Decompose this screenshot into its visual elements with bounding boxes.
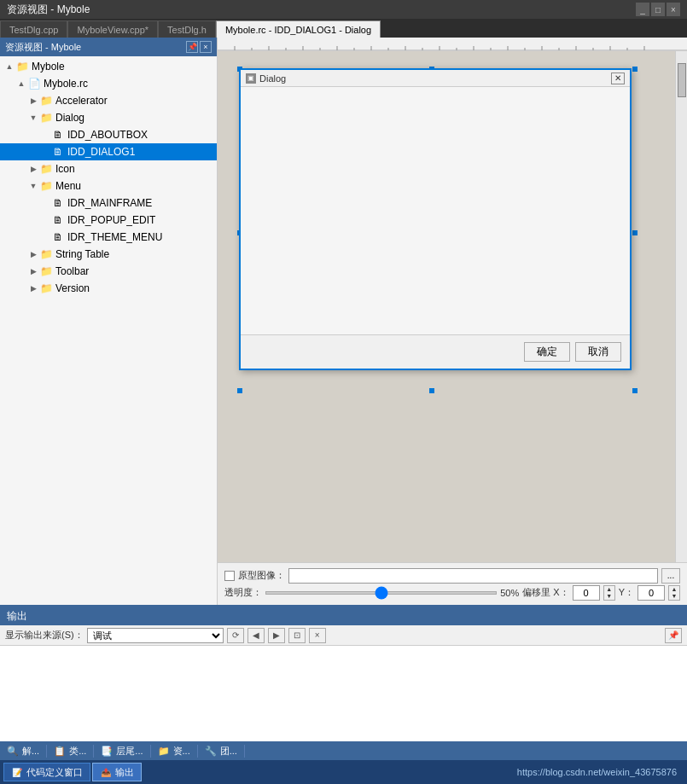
main-area: 资源视图 - Mybole 📌 × ▲ 📁 Mybole ▲ 📄 Mybol [0,38,687,784]
svg-rect-0 [218,38,687,50]
status-label-1: 解... [22,745,39,758]
tree-item-idd-dialog1[interactable]: 🗎 IDD_DIALOG1 [0,143,217,160]
proto-offsety-label: Y： [619,586,634,599]
tree-item-menu[interactable]: ▼ 📁 Menu [0,177,217,195]
panel-header: 资源视图 - Mybole 📌 × [0,38,217,56]
tree-item-mybole[interactable]: ▲ 📁 Mybole [0,58,217,75]
proto-opacity-slider[interactable] [265,591,497,595]
tree-item-toolbar[interactable]: ▶ 📁 Toolbar [0,263,217,280]
title-bar-title: 资源视图 - Mybole [7,3,636,17]
tree-label-idr-mainframe: IDR_MAINFRAME [67,197,152,209]
cancel-button[interactable]: 取消 [575,342,621,362]
output-close-output-button[interactable]: × [309,628,326,643]
tree-label-dialog: Dialog [55,112,84,124]
proto-image-label: 原型图像： [238,569,285,582]
close-button[interactable]: × [667,3,680,16]
folder-icon-string-table: 📁 [39,247,53,261]
tree-item-idr-mainframe[interactable]: 🗎 IDR_MAINFRAME [0,195,217,212]
folder-icon-toolbar: 📁 [39,264,53,278]
taskbar: 📝 代码定义窗口 📤 输出 https://blog.csdn.net/weix… [0,760,687,784]
taskbar-btn-output[interactable]: 📤 输出 [92,763,142,781]
taskbar-label-output: 输出 [115,766,134,779]
tree-toggle-string-table[interactable]: ▶ [27,248,39,260]
proto-offsetx-spin: ▲ ▼ [603,585,615,601]
panel-pin-button[interactable]: 📌 [186,41,198,53]
tree-item-idr-theme-menu[interactable]: 🗎 IDR_THEME_MENU [0,229,217,246]
tree-label-string-table: String Table [55,248,109,260]
tree-toggle-menu[interactable]: ▼ [27,180,39,192]
scrollbar-thumb[interactable] [678,63,686,97]
title-bar: 资源视图 - Mybole _ □ × [0,0,687,19]
selection-handle-bl [237,388,242,393]
output-source-select[interactable]: 调试 [87,628,224,643]
tab-myboleview-cpp[interactable]: MyboleView.cpp* [67,20,158,38]
tree-item-idd-aboutbox[interactable]: 🗎 IDD_ABOUTBOX [0,126,217,143]
canvas-scrollbar[interactable] [675,51,687,562]
taskbar-icon-output: 📤 [100,766,112,778]
output-prev-button[interactable]: ◀ [247,628,265,643]
status-icon-3: 📑 [101,746,113,757]
tree-label-toolbar: Toolbar [55,265,89,277]
proto-offsetx-input[interactable] [573,585,600,601]
proto-browse-button[interactable]: ... [661,568,680,584]
tree-toggle-mybole[interactable]: ▲ [3,61,15,73]
status-label-5: 团... [220,745,237,758]
selection-handle-bc [429,388,434,393]
dialog-footer: 确定 取消 [241,334,630,369]
tab-mybole-rc[interactable]: Mybole.rc - IDD_DIALOG1 - Dialog [216,20,381,38]
dialog-close-button[interactable]: ✕ [611,73,625,84]
tree-toggle-accelerator[interactable]: ▶ [27,95,39,107]
proto-offsetx-up[interactable]: ▲ [604,586,614,593]
minimize-button[interactable]: _ [636,3,649,16]
tab-testdlg-cpp[interactable]: TestDlg.cpp [0,20,67,38]
tree-label-menu: Menu [55,180,81,192]
tree-label-version: Version [55,282,90,294]
dialog-titlebar: ▣ Dialog ✕ [241,70,630,87]
tab-testdlg-h[interactable]: TestDlg.h [158,20,216,38]
proto-checkbox[interactable] [224,571,235,581]
tree-item-string-table[interactable]: ▶ 📁 String Table [0,246,217,263]
confirm-button[interactable]: 确定 [524,342,570,362]
file-icon-mainframe: 🗎 [51,196,65,210]
proto-offsety-input[interactable] [638,585,665,601]
output-toolbar: 显示输出来源(S)： 调试 ⟳ ◀ ▶ ⊡ × 📌 [0,625,687,646]
proto-offsety-down[interactable]: ▼ [669,593,679,600]
tree-toggle-version[interactable]: ▶ [27,282,39,294]
panel-close-button[interactable]: × [200,41,212,53]
output-pin-button[interactable]: 📌 [665,628,682,643]
status-label-4: 资... [173,745,190,758]
output-header: 输出 [0,607,687,625]
tree-item-version[interactable]: ▶ 📁 Version [0,280,217,297]
folder-icon-version: 📁 [39,282,53,295]
tree-item-idr-popup-edit[interactable]: 🗎 IDR_POPUP_EDIT [0,212,217,229]
taskbar-btn-code-def[interactable]: 📝 代码定义窗口 [3,763,90,781]
tree-label-accelerator: Accelerator [55,95,108,107]
tree-toggle-dialog[interactable]: ▼ [27,112,39,124]
output-panel: 输出 显示输出来源(S)： 调试 ⟳ ◀ ▶ ⊡ × 📌 [0,605,687,741]
dialog-preview-window: ▣ Dialog ✕ 确定 取消 [239,68,632,370]
tree-label-idd-dialog1: IDD_DIALOG1 [67,146,135,158]
tree-label-idd-aboutbox: IDD_ABOUTBOX [67,129,148,141]
proto-offsety-up[interactable]: ▲ [669,586,679,593]
output-clear-button[interactable]: ⊡ [288,628,306,643]
status-seg-1: 🔍 解... [0,745,47,758]
tree-item-icon[interactable]: ▶ 📁 Icon [0,160,217,177]
tree-toggle-mybole-rc[interactable]: ▲ [15,78,27,90]
maximize-button[interactable]: □ [651,3,665,16]
tree-item-mybole-rc[interactable]: ▲ 📄 Mybole.rc [0,75,217,92]
status-seg-3: 📑 层尾... [94,745,150,758]
tree-toggle-icon[interactable]: ▶ [27,163,39,175]
output-next-button[interactable]: ▶ [268,628,285,643]
tree-toggle-toolbar[interactable]: ▶ [27,265,39,277]
status-bar: 🔍 解... 📋 类... 📑 层尾... 📁 资... 🔧 团... [0,741,687,760]
left-panel: 资源视图 - Mybole 📌 × ▲ 📁 Mybole ▲ 📄 Mybol [0,38,218,605]
horizontal-ruler [218,38,687,51]
proto-opacity-value: 50% [500,588,519,598]
panel-header-controls: 📌 × [186,41,212,53]
tree-label-idr-theme-menu: IDR_THEME_MENU [67,231,162,243]
tree-item-dialog[interactable]: ▼ 📁 Dialog [0,109,217,126]
proto-image-input[interactable] [288,568,658,584]
tree-item-accelerator[interactable]: ▶ 📁 Accelerator [0,92,217,109]
output-refresh-button[interactable]: ⟳ [227,628,244,643]
proto-offsetx-down[interactable]: ▼ [604,593,614,600]
